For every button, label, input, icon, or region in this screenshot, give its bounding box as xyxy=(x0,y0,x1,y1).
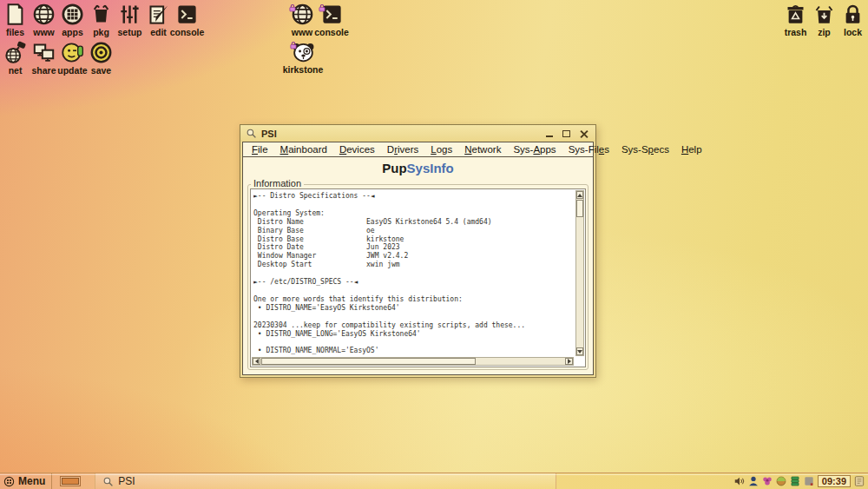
dock-top-left-row2: netshareupdatesave xyxy=(1,41,115,76)
menu-sys-files[interactable]: Sys-Files xyxy=(562,143,615,155)
desktop-icon-label: update xyxy=(57,65,87,76)
lock-badge-icon xyxy=(318,0,326,9)
tray-volume-icon[interactable] xyxy=(733,475,746,487)
desktop-icon-zip[interactable]: zip xyxy=(810,3,838,37)
desktop-icon-share[interactable]: share xyxy=(30,41,58,76)
desktop-icon-www[interactable]: www xyxy=(30,3,58,37)
menu-sys-apps[interactable]: Sys-Apps xyxy=(507,143,562,155)
page-title-sysinfo: SysInfo xyxy=(407,161,454,175)
menu-help[interactable]: Help xyxy=(675,143,708,155)
window-title: PSI xyxy=(261,129,538,139)
files-icon xyxy=(3,3,27,26)
desktop-icon-label: net xyxy=(9,65,23,76)
scroll-left-button[interactable] xyxy=(253,358,260,365)
lock-badge-icon xyxy=(289,37,298,46)
desktop-icon-label: zip xyxy=(818,27,831,37)
menu-network[interactable]: Network xyxy=(458,143,507,155)
lock-icon xyxy=(841,3,865,26)
minimize-button[interactable] xyxy=(542,128,556,140)
scroll-up-button[interactable] xyxy=(576,191,583,199)
menu-mainboard[interactable]: Mainboard xyxy=(274,143,333,155)
update-icon xyxy=(61,41,84,64)
desktop-icon-console[interactable]: console xyxy=(317,3,346,37)
sysinfo-text: ►-- Distro Specifications --◄ Operating … xyxy=(253,192,574,356)
maximize-button[interactable] xyxy=(560,128,573,140)
menu-file[interactable]: File xyxy=(246,143,274,155)
menu-drivers[interactable]: Drivers xyxy=(381,143,424,155)
menu-button-label: Menu xyxy=(18,475,45,487)
tray-user-icon[interactable] xyxy=(747,475,760,487)
desktop-icon-label: apps xyxy=(62,27,83,37)
desktop-icon-apps[interactable]: apps xyxy=(58,3,87,37)
horizontal-scrollbar[interactable] xyxy=(252,357,574,366)
tray-stack-icon[interactable] xyxy=(789,475,801,487)
desktop-icon-label: lock xyxy=(844,27,862,37)
maximize-icon xyxy=(562,130,570,137)
desktop: fileswwwappspkgsetupeditconsolenetshareu… xyxy=(0,0,868,489)
vertical-scroll-thumb[interactable] xyxy=(576,200,583,217)
scroll-right-button[interactable] xyxy=(565,358,573,365)
share-icon xyxy=(32,41,56,64)
information-label: Information xyxy=(251,178,304,188)
desktop-icon-label: edit xyxy=(150,27,167,37)
tray-flower-icon[interactable] xyxy=(761,475,773,487)
horizontal-scroll-thumb[interactable] xyxy=(261,358,476,365)
setup-icon xyxy=(118,3,141,26)
menu-bar: FileMainboardDevicesDriversLogsNetworkSy… xyxy=(243,142,593,157)
desktop-icon-setup[interactable]: setup xyxy=(115,3,144,37)
globe-icon xyxy=(291,3,314,26)
console-icon xyxy=(175,3,199,26)
taskbar-clock[interactable]: 09:39 xyxy=(818,475,851,487)
desktop-icon-trash[interactable]: trash xyxy=(781,3,810,37)
dock-center-row: wwwconsole xyxy=(287,3,346,37)
desktop-icon-www[interactable]: www xyxy=(287,3,317,37)
globe-icon xyxy=(32,3,56,26)
vertical-scrollbar[interactable] xyxy=(575,190,584,356)
pager-active-desktop xyxy=(62,478,79,485)
page-title: PupSysInfo xyxy=(243,157,593,177)
window-client-area: FileMainboardDevicesDriversLogsNetworkSy… xyxy=(242,142,594,375)
tray-plugin-icon[interactable] xyxy=(803,475,815,487)
tray-orb-icon[interactable] xyxy=(775,475,787,487)
desktop-icon-kirkstone[interactable]: kirkstone xyxy=(279,40,326,75)
lock-badge-icon xyxy=(288,0,297,9)
window-titlebar[interactable]: PSI xyxy=(240,125,595,142)
page-title-pup: Pup xyxy=(382,161,406,175)
arrow-up-icon xyxy=(577,194,582,197)
desktop-icon-edit[interactable]: edit xyxy=(144,3,173,37)
taskbar: Menu PSI 09:39 xyxy=(0,472,868,489)
magnifier-icon xyxy=(102,476,114,487)
scroll-down-button[interactable] xyxy=(576,347,583,355)
desktop-icon-lock[interactable]: lock xyxy=(838,3,867,37)
tray-notes-icon[interactable] xyxy=(853,475,865,487)
desktop-icon-update[interactable]: update xyxy=(58,41,87,76)
close-button[interactable] xyxy=(577,128,590,140)
sysinfo-text-view[interactable]: ►-- Distro Specifications --◄ Operating … xyxy=(250,188,586,367)
desktop-icon-label: share xyxy=(31,65,56,76)
menu-icon xyxy=(3,476,15,487)
desktop-icon-label: files xyxy=(6,27,24,37)
minimize-icon xyxy=(546,135,553,137)
menu-logs[interactable]: Logs xyxy=(424,143,458,155)
task-button-label: PSI xyxy=(118,475,135,487)
desktop-icon-console[interactable]: console xyxy=(173,3,201,37)
puppy-icon xyxy=(292,40,315,63)
net-icon xyxy=(3,41,27,64)
menu-button[interactable]: Menu xyxy=(0,473,52,489)
magnifier-icon xyxy=(246,128,257,139)
task-button-psi[interactable]: PSI xyxy=(95,473,556,489)
dock-top-right: trashziplock xyxy=(781,3,867,37)
desktop-icon-label: setup xyxy=(117,27,141,37)
pkg-icon xyxy=(89,3,113,26)
dock-top-left-row1: fileswwwappspkgsetupeditconsole xyxy=(1,3,201,37)
desktop-icon-label: console xyxy=(314,27,349,37)
dock-center-kirkstone: kirkstone xyxy=(279,40,326,75)
menu-sys-specs[interactable]: Sys-Specs xyxy=(615,143,675,155)
desktop-icon-files[interactable]: files xyxy=(1,3,30,37)
desktop-icon-net[interactable]: net xyxy=(1,41,30,76)
system-tray-right xyxy=(853,475,865,487)
desktop-pager[interactable] xyxy=(60,476,81,486)
desktop-icon-pkg[interactable]: pkg xyxy=(87,3,115,37)
menu-devices[interactable]: Devices xyxy=(333,143,381,155)
desktop-icon-save[interactable]: save xyxy=(87,41,115,76)
